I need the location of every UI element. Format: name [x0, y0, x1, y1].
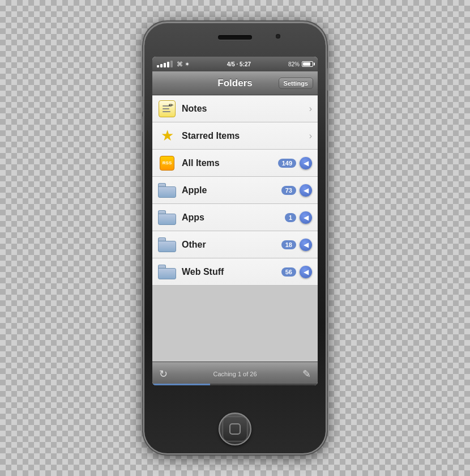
list-item[interactable]: Apple 73 ◀ [152, 177, 318, 204]
battery-percent: 82% [288, 61, 300, 67]
refresh-icon[interactable]: ↻ [159, 368, 168, 380]
list-item[interactable]: ✏ Notes › [152, 95, 318, 122]
status-bar: ⌘ ✶ 4/5 · 5:27 82% [152, 57, 318, 71]
signal-bar-2 [160, 64, 163, 67]
disclosure-button[interactable]: ◀ [300, 157, 312, 169]
disclosure-button[interactable]: ◀ [300, 211, 312, 224]
nav-title: Folders [217, 78, 252, 89]
progress-bar-container [152, 384, 318, 385]
other-badge: 18 [281, 240, 296, 249]
toolbar: ↻ Caching 1 of 26 ✎ [152, 362, 318, 385]
screen: ⌘ ✶ 4/5 · 5:27 82% Fol [152, 57, 318, 385]
list-item[interactable]: Web Stuff 56 ◀ [152, 258, 318, 286]
power-button[interactable] [326, 68, 328, 91]
rss-icon: RSS [158, 154, 176, 172]
battery-icon [302, 61, 313, 67]
list-item[interactable]: RSS All Items 149 ◀ [152, 150, 318, 177]
chevron-right-icon: › [309, 131, 312, 141]
settings-icon: ✶ [185, 61, 190, 68]
progress-bar-fill [152, 384, 210, 385]
notes-label: Notes [182, 104, 309, 114]
all-items-label: All Items [182, 158, 278, 168]
chevron-right-icon: › [309, 104, 312, 114]
signal-bar-1 [157, 65, 159, 67]
compose-icon[interactable]: ✎ [302, 368, 311, 380]
all-items-badge: 149 [278, 159, 296, 168]
caching-status: Caching 1 of 26 [168, 371, 302, 377]
star-icon: ★ [158, 127, 176, 145]
volume-down-button[interactable] [142, 116, 144, 132]
signal-bar-3 [164, 63, 166, 67]
screen-bezel: ⌘ ✶ 4/5 · 5:27 82% Fol [152, 57, 318, 385]
list-item[interactable]: ★ Starred Items › [152, 122, 318, 150]
apple-badge: 73 [281, 186, 296, 195]
folder-icon [158, 236, 176, 254]
apps-label: Apps [182, 212, 285, 223]
notes-icon: ✏ [158, 100, 176, 118]
status-left: ⌘ ✶ [157, 61, 190, 68]
disclosure-button[interactable]: ◀ [300, 266, 312, 278]
apps-badge: 1 [285, 213, 296, 222]
phone-device: ⌘ ✶ 4/5 · 5:27 82% Fol [144, 23, 326, 453]
home-button-inner [223, 416, 247, 441]
home-button-square [229, 423, 241, 435]
folder-icon [158, 263, 176, 281]
phone-reflection [152, 459, 318, 476]
list-item[interactable]: Apps 1 ◀ [152, 204, 318, 231]
apple-label: Apple [182, 185, 281, 196]
folder-icon [158, 209, 176, 227]
other-label: Other [182, 240, 281, 250]
volume-up-button[interactable] [142, 96, 144, 112]
web-stuff-label: Web Stuff [182, 267, 281, 277]
web-stuff-badge: 56 [281, 267, 296, 277]
wifi-icon: ⌘ [177, 61, 183, 68]
front-camera [276, 34, 280, 39]
status-right: 82% [288, 61, 313, 67]
home-button-area [219, 413, 251, 445]
signal-bar-5 [170, 61, 173, 67]
folder-icon [158, 181, 176, 199]
starred-items-label: Starred Items [182, 131, 309, 141]
home-button[interactable] [219, 413, 251, 445]
signal-strength [157, 61, 173, 67]
folders-list: ✏ Notes › ★ Starred Items › [152, 95, 318, 362]
status-time: 4/5 · 5:27 [227, 61, 251, 67]
navigation-bar: Folders Settings [152, 71, 318, 95]
disclosure-button[interactable]: ◀ [300, 239, 312, 251]
speaker-top [218, 35, 252, 40]
settings-button[interactable]: Settings [279, 78, 313, 89]
list-item[interactable]: Other 18 ◀ [152, 231, 318, 258]
signal-bar-4 [167, 62, 169, 67]
phone-shell: ⌘ ✶ 4/5 · 5:27 82% Fol [144, 23, 326, 453]
disclosure-button[interactable]: ◀ [300, 184, 312, 197]
